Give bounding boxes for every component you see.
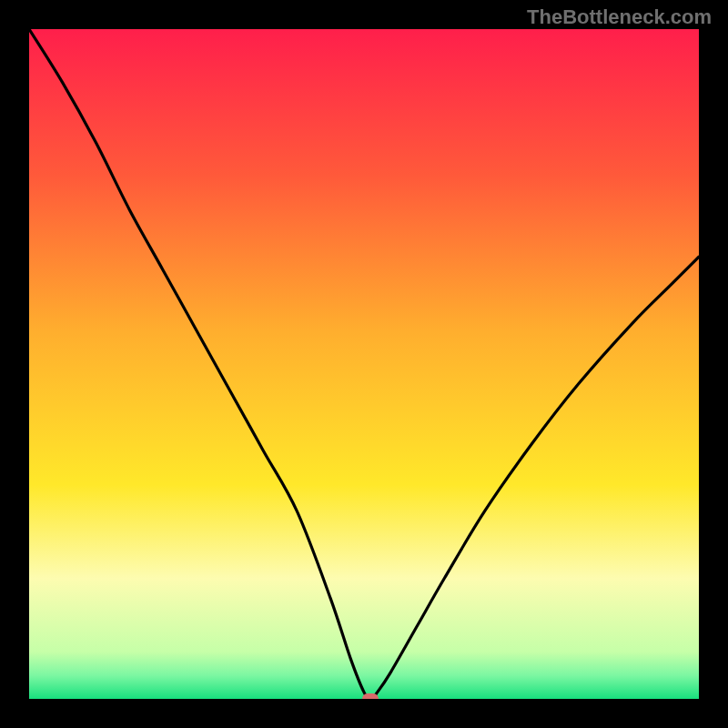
plot-area (29, 29, 699, 699)
optimum-marker (362, 693, 379, 699)
bottleneck-curve (29, 29, 699, 699)
chart-frame: TheBottleneck.com (0, 0, 728, 728)
watermark-text: TheBottleneck.com (527, 5, 712, 29)
